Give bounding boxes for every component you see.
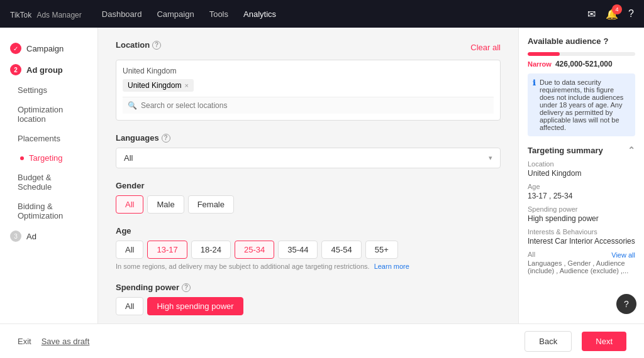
audience-bar-fill (528, 52, 560, 56)
next-button[interactable]: Next (582, 332, 626, 351)
spending-power-label-text: Spending power (116, 283, 179, 292)
sidebar-label-targeting: Targeting (29, 153, 62, 163)
summary-interests-val: Interest Car Interior Accessories (528, 237, 635, 246)
spending-power-options: All High spending power (116, 297, 501, 315)
back-button[interactable]: Back (525, 331, 572, 352)
location-group-label: United Kingdom (123, 67, 494, 75)
location-section: Location ? Clear all United Kingdom Unit… (116, 40, 501, 121)
location-label: Location ? (116, 40, 161, 50)
summary-age-key: Age (528, 183, 635, 190)
chevron-down-icon: ▾ (489, 154, 492, 162)
help-icon[interactable]: ? (628, 8, 634, 19)
step-2-icon: 2 (10, 64, 21, 75)
gender-all-button[interactable]: All (116, 195, 143, 214)
nav-tools[interactable]: Tools (209, 9, 228, 19)
gender-male-button[interactable]: Male (147, 195, 184, 214)
age-note-text: In some regions, ad delivery may be subj… (116, 263, 370, 270)
sidebar-label-ad: Ad (26, 232, 36, 241)
sidebar-item-placements[interactable]: Placements (0, 129, 97, 148)
sidebar-item-targeting[interactable]: Targeting (0, 148, 97, 168)
step-1-icon: ✓ (10, 43, 21, 54)
info-i-icon: ℹ (533, 79, 536, 131)
age-25-34-button[interactable]: 25-34 (235, 241, 274, 259)
summary-interests: Interests & Behaviours Interest Car Inte… (528, 228, 635, 246)
sidebar-item-campaign[interactable]: ✓ Campaign (0, 38, 97, 59)
location-label-text: Location (116, 40, 150, 50)
age-45-54-button[interactable]: 45-54 (321, 241, 361, 259)
available-audience-label: Available audience (528, 36, 601, 46)
languages-dropdown[interactable]: All ▾ (116, 148, 501, 168)
help-circle-button[interactable]: ? (616, 294, 636, 314)
languages-section: Languages ? All ▾ (116, 133, 501, 168)
sidebar-item-ad[interactable]: 3 Ad (0, 225, 97, 247)
sidebar-item-budget-schedule[interactable]: Budget & Schedule (0, 168, 97, 197)
location-tag-uk: United Kingdom × (123, 79, 194, 92)
view-all-link[interactable]: View all (611, 251, 635, 259)
nav-analytics[interactable]: Analytics (243, 9, 276, 19)
mail-icon[interactable]: ✉ (587, 8, 596, 20)
clear-all-button[interactable]: Clear all (470, 43, 501, 52)
gender-female-button[interactable]: Female (188, 195, 234, 214)
nav-dashboard[interactable]: Dashboard (102, 9, 142, 19)
sidebar-label-adgroup: Ad group (26, 65, 63, 75)
sidebar-item-settings[interactable]: Settings (0, 80, 97, 100)
sidebar-item-optimization-location[interactable]: Optimization location (0, 100, 97, 129)
sidebar-item-bidding-optimization[interactable]: Bidding & Optimization (0, 197, 97, 225)
notification-icon[interactable]: 🔔 4 (606, 8, 618, 20)
location-header: Location ? Clear all (116, 40, 501, 55)
age-all-button[interactable]: All (116, 241, 143, 259)
age-label-text: Age (116, 226, 131, 236)
nav-icons: ✉ 🔔 4 ? (587, 8, 634, 20)
languages-info-icon[interactable]: ? (162, 134, 170, 143)
age-35-44-button[interactable]: 35-44 (278, 241, 318, 259)
audience-info-text: Due to data security requirements, this … (540, 79, 630, 131)
age-restriction-note: In some regions, ad delivery may be subj… (116, 263, 501, 270)
languages-value: All (124, 153, 133, 163)
sidebar-item-adgroup[interactable]: 2 Ad group (0, 59, 97, 80)
top-navigation: TikTok Ads Manager Dashboard Campaign To… (0, 0, 644, 28)
brand-logo: TikTok Ads Manager (10, 9, 82, 19)
summary-age-val: 13-17 , 25-34 (528, 192, 635, 200)
spending-all-button[interactable]: All (116, 297, 143, 315)
learn-more-link[interactable]: Learn more (374, 263, 409, 270)
age-55plus-button[interactable]: 55+ (365, 241, 398, 259)
spending-power-info-icon[interactable]: ? (182, 283, 191, 292)
location-search-input[interactable] (141, 101, 489, 110)
save-draft-button[interactable]: Save as draft (42, 337, 90, 346)
sidebar: ✓ Campaign 2 Ad group Settings Optimizat… (0, 28, 98, 358)
content-area: Location ? Clear all United Kingdom Unit… (98, 28, 518, 358)
location-box: United Kingdom United Kingdom × 🔍 (116, 60, 501, 121)
available-audience-info-icon[interactable]: ? (604, 36, 609, 46)
step-3-icon: 3 (10, 231, 21, 242)
nav-campaign[interactable]: Campaign (157, 9, 194, 19)
sidebar-label-opt-loc: Optimization location (18, 105, 87, 124)
summary-all: All View all Languages , Gender , Audien… (528, 251, 635, 274)
search-icon: 🔍 (128, 101, 137, 110)
location-search-row: 🔍 (123, 97, 494, 114)
collapse-icon[interactable]: ⌃ (628, 145, 635, 155)
summary-spending-key: Spending power (528, 205, 635, 213)
location-info-icon[interactable]: ? (152, 41, 161, 50)
summary-spending: Spending power High spending power (528, 205, 635, 223)
location-tag-text: United Kingdom (128, 81, 181, 90)
age-18-24-button[interactable]: 18-24 (191, 241, 231, 259)
gender-label-text: Gender (116, 181, 145, 190)
summary-spending-val: High spending power (528, 214, 635, 223)
gender-section: Gender All Male Female (116, 181, 501, 214)
sidebar-label-budget: Budget & Schedule (18, 173, 87, 192)
summary-all-key: All (528, 251, 535, 258)
audience-bar (528, 52, 635, 56)
age-label: Age (116, 226, 501, 236)
summary-location: Location United Kingdom (528, 160, 635, 178)
summary-location-val: United Kingdom (528, 169, 635, 178)
exit-button[interactable]: Exit (18, 337, 31, 346)
sidebar-label-settings: Settings (18, 85, 47, 95)
targeting-summary-label: Targeting summary (528, 146, 603, 155)
notification-badge: 4 (612, 4, 622, 14)
narrow-label: Narrow (528, 60, 552, 68)
summary-interests-key: Interests & Behaviours (528, 228, 635, 236)
spending-high-button[interactable]: High spending power (147, 297, 243, 315)
age-13-17-button[interactable]: 13-17 (147, 241, 187, 259)
location-tag-remove[interactable]: × (184, 82, 188, 89)
age-section: Age All 13-17 18-24 25-34 35-44 45-54 55… (116, 226, 501, 270)
